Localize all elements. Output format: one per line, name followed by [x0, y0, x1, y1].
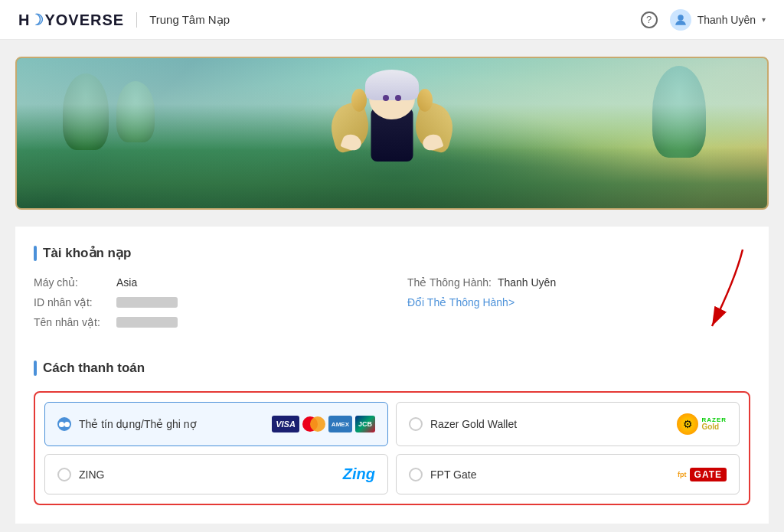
account-info: Máy chủ: Asia ID nhân vật: Tên nhân vật:… [34, 276, 750, 336]
header-left: H☽YOVERSE Trung Tâm Nạp [18, 11, 230, 29]
banner [15, 57, 769, 210]
fpt-logo: fpt GATE [678, 468, 727, 481]
credit-logos: VISA AMEX JCB [272, 416, 375, 432]
zing-logo: Zing [343, 465, 375, 483]
help-icon[interactable]: ? [641, 11, 658, 28]
char-name-label: Tên nhân vật: [34, 316, 110, 328]
user-menu[interactable]: Thanh Uyên ▾ [670, 9, 766, 31]
header: H☽YOVERSE Trung Tâm Nạp ? Thanh Uyên ▾ [0, 0, 784, 40]
header-right: ? Thanh Uyên ▾ [641, 9, 766, 31]
payment-section: Cách thanh toán [34, 361, 750, 505]
user-name: Thanh Uyên [697, 14, 756, 26]
id-label: ID nhân vật: [34, 296, 110, 308]
header-divider [136, 12, 137, 28]
radio-razer [409, 417, 423, 431]
account-col-left: Máy chủ: Asia ID nhân vật: Tên nhân vật: [34, 276, 377, 336]
amex-logo: AMEX [328, 416, 352, 432]
credit-option-left: Thẻ tín dụng/Thẻ ghi nợ [57, 417, 197, 431]
credit-label: Thẻ tín dụng/Thẻ ghi nợ [79, 418, 197, 430]
payment-option-fpt[interactable]: FPT Gate fpt GATE [396, 454, 740, 494]
logo: H☽YOVERSE [18, 11, 124, 29]
svg-point-0 [678, 15, 684, 21]
card-row: Thẻ Thông Hành: Thanh Uyên [407, 276, 750, 289]
page-title: Trung Tâm Nạp [149, 13, 230, 27]
payment-option-credit[interactable]: Thẻ tín dụng/Thẻ ghi nợ VISA AMEX JCB [44, 402, 388, 446]
id-value-masked [116, 297, 178, 308]
fpt-text-icon: fpt [678, 471, 687, 478]
server-label: Máy chủ: [34, 276, 110, 289]
razer-logo: ⚙ RAZER Gold [677, 413, 727, 435]
zing-option-left: ZING [57, 468, 104, 481]
gate-text-icon: GATE [690, 468, 727, 481]
server-row: Máy chủ: Asia [34, 276, 377, 289]
radio-fpt [409, 468, 423, 481]
account-col-right: Thẻ Thông Hành: Thanh Uyên Đổi Thẻ Thông… [407, 276, 750, 336]
visa-logo: VISA [272, 416, 299, 432]
main-content: Tài khoản nạp Máy chủ: Asia ID nhân vật:… [15, 227, 769, 524]
change-card-link[interactable]: Đổi Thẻ Thông Hành> [407, 296, 514, 308]
char-name-masked [116, 317, 178, 328]
zing-label: ZING [79, 468, 104, 481]
razer-coin-icon: ⚙ [677, 413, 698, 435]
jcb-logo: JCB [355, 416, 375, 432]
name-row: Tên nhân vật: [34, 316, 377, 328]
payment-section-title: Cách thanh toán [34, 361, 750, 376]
payment-option-zing[interactable]: ZING Zing [44, 454, 388, 494]
change-card-row: Đổi Thẻ Thông Hành> [407, 296, 750, 308]
payment-grid-wrapper: Thẻ tín dụng/Thẻ ghi nợ VISA AMEX JCB [34, 391, 750, 505]
fpt-label: FPT Gate [430, 468, 476, 481]
mastercard-logo [302, 416, 325, 432]
razer-label: Razer Gold Wallet [430, 418, 517, 430]
payment-option-razer[interactable]: Razer Gold Wallet ⚙ RAZER Gold [396, 402, 740, 446]
razer-text: RAZER Gold [701, 417, 727, 431]
chevron-down-icon: ▾ [762, 15, 766, 24]
card-label: Thẻ Thông Hành: [407, 276, 492, 289]
id-row: ID nhân vật: [34, 296, 377, 308]
radio-zing [57, 468, 71, 481]
razer-option-left: Razer Gold Wallet [409, 417, 517, 431]
card-value: Thanh Uyên [498, 276, 556, 289]
server-value: Asia [116, 276, 137, 289]
avatar [670, 9, 691, 31]
radio-credit [57, 417, 71, 431]
fpt-option-left: FPT Gate [409, 468, 476, 481]
payment-grid: Thẻ tín dụng/Thẻ ghi nợ VISA AMEX JCB [44, 402, 740, 494]
account-section-title: Tài khoản nạp [34, 245, 750, 261]
